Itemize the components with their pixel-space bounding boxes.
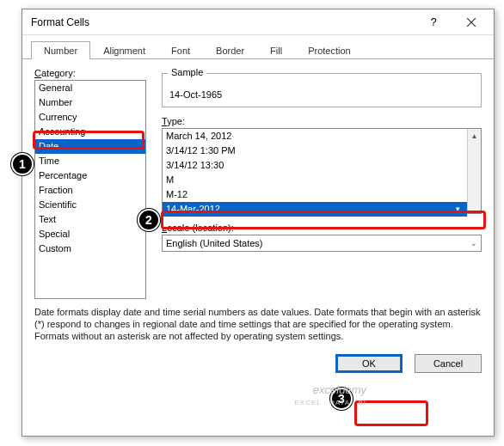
tab-protection[interactable]: Protection xyxy=(295,41,364,59)
list-item[interactable]: Custom xyxy=(35,241,145,256)
list-item[interactable]: M-12 xyxy=(163,187,467,202)
list-item[interactable]: Text xyxy=(35,212,145,227)
format-cells-dialog: Format Cells ? Number Alignment Font Bor… xyxy=(22,9,495,437)
tab-border[interactable]: Border xyxy=(203,41,257,59)
titlebar: Format Cells ? xyxy=(22,9,494,35)
list-item[interactable]: March 14, 2012 xyxy=(163,129,467,144)
tab-font[interactable]: Font xyxy=(158,41,203,59)
dialog-title: Format Cells xyxy=(31,16,415,28)
sample-label: Sample xyxy=(168,67,206,77)
help-button[interactable]: ? xyxy=(415,10,452,34)
list-item[interactable]: 3/14/12 1:30 PM xyxy=(163,144,467,158)
type-label: Type: xyxy=(162,116,482,126)
list-item[interactable]: Percentage xyxy=(35,168,145,183)
category-label: Category: xyxy=(34,68,146,78)
sample-box: Sample 14-Oct-1965 xyxy=(162,73,482,107)
dialog-body: Category: General Number Currency Accoun… xyxy=(22,59,494,306)
chevron-down-icon: ⌄ xyxy=(470,239,477,247)
type-listbox[interactable]: March 14, 2012 3/14/12 1:30 PM 3/14/12 1… xyxy=(162,128,482,214)
close-button[interactable] xyxy=(452,10,490,34)
list-item[interactable]: 3/14/12 13:30 xyxy=(163,158,467,173)
dialog-footer: OK Cancel xyxy=(22,347,494,385)
list-item[interactable]: Currency xyxy=(35,110,145,125)
locale-dropdown[interactable]: English (United States) ⌄ xyxy=(162,235,482,252)
scrollbar[interactable]: ▲ xyxy=(467,129,481,213)
type-items: March 14, 2012 3/14/12 1:30 PM 3/14/12 1… xyxy=(163,129,467,217)
close-icon xyxy=(467,18,476,27)
list-item-date[interactable]: Date xyxy=(35,139,145,154)
locale-value: English (United States) xyxy=(166,238,263,248)
selected-type-text: 14-Mar-2012 xyxy=(166,203,220,216)
left-column: Category: General Number Currency Accoun… xyxy=(34,68,146,299)
list-item[interactable]: Number xyxy=(35,95,145,110)
description-text: Date formats display date and time seria… xyxy=(22,306,494,347)
list-item[interactable]: Accounting xyxy=(35,125,145,139)
right-column: Sample 14-Oct-1965 Type: March 14, 2012 … xyxy=(162,68,482,299)
tab-fill[interactable]: Fill xyxy=(257,41,295,59)
sample-value: 14-Oct-1965 xyxy=(169,89,222,100)
list-item[interactable]: Special xyxy=(35,227,145,241)
tab-alignment[interactable]: Alignment xyxy=(90,41,158,59)
list-item-selected-type[interactable]: 14-Mar-2012 ▾ xyxy=(163,202,467,217)
locale-label: Locale (location): xyxy=(162,223,482,233)
list-item[interactable]: Time xyxy=(35,154,145,168)
list-item[interactable]: M xyxy=(163,173,467,187)
tab-strip: Number Alignment Font Border Fill Protec… xyxy=(22,35,494,59)
ok-button[interactable]: OK xyxy=(335,354,403,373)
category-listbox[interactable]: General Number Currency Accounting Date … xyxy=(34,80,146,299)
list-item[interactable]: Fraction xyxy=(35,183,145,198)
list-item[interactable]: Scientific xyxy=(35,198,145,212)
scroll-up-icon[interactable]: ▲ xyxy=(468,129,481,143)
cancel-button[interactable]: Cancel xyxy=(415,354,482,373)
chevron-down-icon: ▾ xyxy=(456,203,460,216)
tab-number[interactable]: Number xyxy=(31,41,90,59)
list-item[interactable]: General xyxy=(35,81,145,95)
